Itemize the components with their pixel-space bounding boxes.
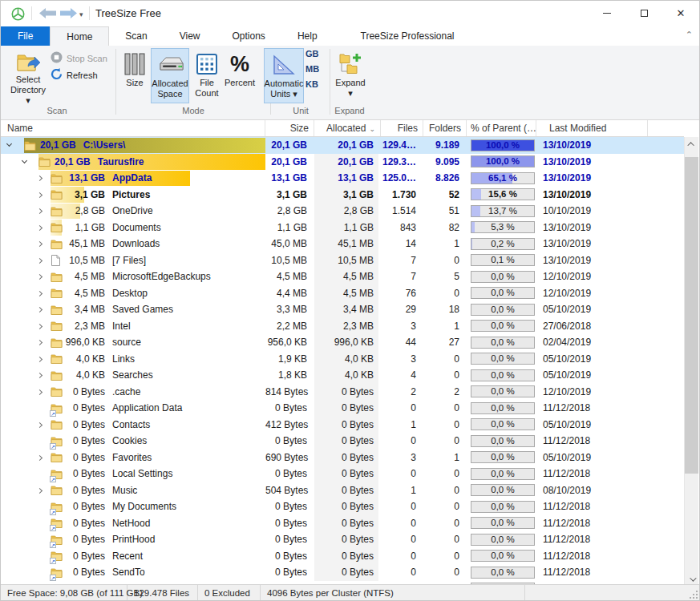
expand-chevron-icon[interactable] [37,356,42,361]
tab-file[interactable]: File [1,26,50,46]
table-row[interactable]: 4,0 KBSearches1,8 KB4,0 KB4005/10/20190,… [1,367,684,384]
folder-icon [24,140,36,153]
table-row[interactable]: 20,1 GBTaurusfire20,1 GB20,1 GB129.3…9.0… [1,154,684,171]
column-header-pct[interactable]: % of Parent (… [467,120,536,136]
column-header-folders[interactable]: Folders [423,120,467,136]
table-row[interactable]: 0 BytesContacts412 Bytes0 Bytes1005/10/2… [1,417,684,434]
table-row[interactable]: 3,1 GBPictures3,1 GB3,1 GB1.7305213/10/2… [1,187,684,204]
tab-treesize-professional[interactable]: TreeSize Professional [345,26,471,46]
folders-cell: 8.826 [423,170,464,187]
table-row[interactable]: 1,1 GBDocuments1,1 GB1,1 GB8438213/10/20… [1,220,684,236]
collapse-chevron-icon[interactable] [6,141,12,147]
tab-home[interactable]: Home [50,26,109,46]
percent-mode-button[interactable]: % Percent [223,48,257,103]
expand-chevron-icon[interactable] [37,175,42,181]
tab-scan[interactable]: Scan [109,26,163,46]
table-row[interactable]: 4,5 MBDesktop4,4 MB4,5 MB76012/10/20190,… [1,285,684,302]
scrollbar-thumb[interactable] [685,157,698,474]
expand-chevron-icon[interactable] [37,422,42,427]
expand-chevron-icon[interactable] [37,454,42,460]
folder-name: OneDrive [112,203,153,220]
expand-chevron-icon[interactable] [37,208,42,214]
tree-size-label: 1,1 GB [62,220,105,236]
expand-chevron-icon[interactable] [37,389,42,394]
column-header-size[interactable]: Size [265,120,314,136]
table-row[interactable]: ↗0 BytesSendTo0 Bytes0 Bytes0011/12/2018… [1,564,684,581]
group-label-scan: Scan [25,106,89,115]
unit-gb-button[interactable]: GB [305,49,319,58]
expand-chevron-icon[interactable] [37,290,42,296]
files-cell: 4 [381,367,421,384]
table-row[interactable]: 13,1 GBAppData13,1 GB13,1 GB125.0…8.8261… [1,170,684,187]
collapse-chevron-icon[interactable] [22,157,27,163]
percent-label: 0,0 % [471,502,534,512]
group-label-expand: Expand [318,106,382,115]
column-header-files[interactable]: Files [381,120,423,136]
stop-scan-button[interactable]: Stop Scan [51,51,107,65]
table-row[interactable]: 2,8 GBOneDrive2,8 GB2,8 GB1.5145110/10/2… [1,203,684,220]
forward-arrow-icon[interactable] [60,8,77,21]
modified-cell: 13/10/2019 [543,187,623,204]
expand-chevron-icon[interactable] [37,241,42,247]
expand-chevron-icon[interactable] [37,224,42,230]
column-header-modified[interactable]: Last Modified [543,120,648,136]
tab-help[interactable]: Help [281,26,334,46]
expand-chevron-icon[interactable] [37,274,42,280]
close-button[interactable]: ✕ [662,1,699,25]
expand-chevron-icon[interactable] [37,340,42,345]
column-header-label: % of Parent (… [471,123,536,134]
table-row[interactable]: 4,0 KBLinks1,9 KB4,0 KB3005/10/20190,0 % [1,351,684,368]
column-header-name[interactable]: Name [1,120,265,136]
modified-cell: 08/10/2019 [543,482,623,499]
scroll-up-button[interactable] [685,137,698,151]
file-count-button[interactable]: FileCount [192,48,222,103]
expand-chevron-icon[interactable] [37,323,42,329]
table-row[interactable]: ↗0 BytesApplication Data0 Bytes0 Bytes00… [1,400,684,417]
minimize-button[interactable] [589,1,625,25]
expand-chevron-icon[interactable] [37,373,42,378]
unit-kb-button[interactable]: KB [305,79,319,89]
back-arrow-icon[interactable] [39,8,56,21]
allocated-space-button[interactable]: AllocatedSpace [151,48,189,103]
table-row[interactable]: 0 BytesFavorites690 Bytes0 Bytes3105/10/… [1,450,684,466]
table-row[interactable]: ↗0 BytesPrintHood0 Bytes0 Bytes0011/12/2… [1,531,684,548]
tab-view[interactable]: View [164,26,216,46]
table-row[interactable]: 10,5 MB[7 Files]10,5 MB10,5 MB7013/10/20… [1,252,684,269]
table-row[interactable]: 0 Bytes.cache814 Bytes0 Bytes2212/10/201… [1,384,684,401]
unit-mb-button[interactable]: MB [305,64,319,74]
table-row[interactable]: 45,1 MBDownloads45,0 MB45,1 MB14113/10/2… [1,236,684,252]
table-row[interactable]: ↗0 BytesNetHood0 Bytes0 Bytes0011/12/201… [1,515,684,532]
refresh-button[interactable]: Refresh [51,68,98,82]
table-row[interactable]: ↗0 BytesMy Documents0 Bytes0 Bytes0011/1… [1,498,684,515]
app-logo-icon [11,7,25,23]
expand-button[interactable]: Expand▾ [334,48,367,103]
collapse-ribbon-icon[interactable]: ⌃ [686,30,693,40]
tree-size-label: 0 Bytes [62,531,105,548]
table-row[interactable]: 2,3 MBIntel2,2 MB2,3 MB3127/06/20180,0 % [1,318,684,335]
expand-chevron-icon[interactable] [37,257,42,263]
automatic-units-button[interactable]: AutomaticUnits ▾ [264,48,304,103]
table-row[interactable]: 20,1 GBC:\Users\20,1 GB20,1 GB129.4…9.18… [1,137,684,154]
vertical-scrollbar[interactable] [684,137,698,586]
resize-grip[interactable] [687,588,698,599]
size-mode-button[interactable]: Size [121,48,148,103]
folder-icon [51,173,63,186]
customize-dropdown-icon[interactable]: ▾ [79,10,83,18]
table-row[interactable]: ↗0 BytesCookies0 Bytes0 Bytes0011/12/201… [1,433,684,450]
percent-label: 0,2 % [471,239,534,249]
expand-chevron-icon[interactable] [37,487,42,493]
table-row[interactable]: 0 BytesMusic504 Bytes0 Bytes1008/10/2019… [1,482,684,499]
maximize-button[interactable] [625,1,662,25]
table-row[interactable]: ↗0 BytesLocal Settings0 Bytes0 Bytes0011… [1,466,684,482]
table-row[interactable]: 3,4 MBSaved Games3,3 MB3,4 MB291805/10/2… [1,301,684,318]
select-directory-button[interactable]: SelectDirectory ▾ [7,48,49,103]
table-row[interactable]: ↗0 BytesRecent0 Bytes0 Bytes0011/12/2018… [1,548,684,565]
expand-chevron-icon[interactable] [37,192,42,197]
expand-chevron-icon[interactable] [37,307,42,313]
table-row[interactable]: 4,5 MBMicrosoftEdgeBackups4,5 MB4,5 MB75… [1,268,684,285]
percent-bar: 0,0 % [471,501,535,513]
column-header-allocated[interactable]: Allocated⌄ [314,120,381,136]
table-row[interactable]: 996,0 KBsource956,0 KB996,0 KB442702/04/… [1,334,684,351]
tab-options[interactable]: Options [216,26,281,46]
folders-cell: 0 [423,531,464,548]
